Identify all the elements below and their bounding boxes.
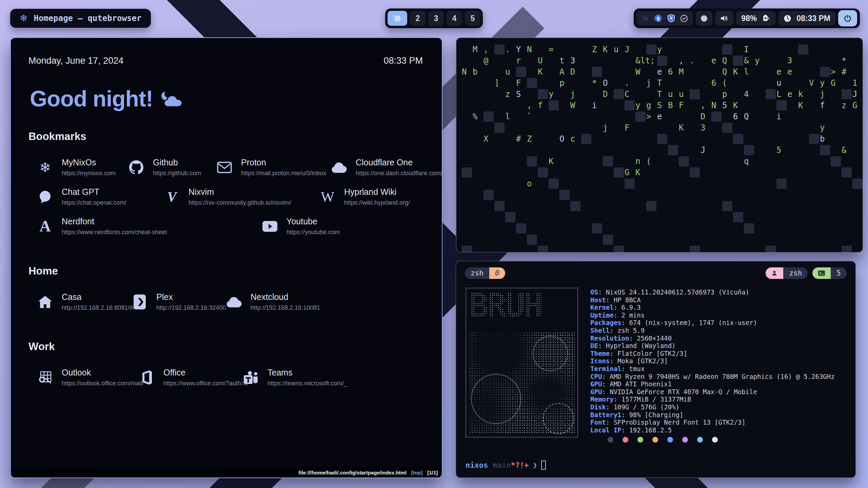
matrix-char: J <box>852 90 857 98</box>
bookmark-nixvim[interactable]: VNixvimhttps://nix-community.github.io/n… <box>164 187 291 206</box>
bookmark-chat-gpt[interactable]: Chat GPThttps://chat.openai.com/ <box>37 187 126 206</box>
matrix-trail-block <box>744 223 754 233</box>
shell-prompt[interactable]: nixos main*?!+ ❯ <box>466 461 546 470</box>
matrix-char: G <box>831 79 835 87</box>
matrix-trail-block <box>614 167 624 178</box>
workspace-button-2[interactable]: 2 <box>410 11 426 26</box>
bookmark-github[interactable]: Githubhttps://github.com <box>129 158 201 177</box>
matrix-char: t <box>559 57 564 65</box>
bookmark-office[interactable]: Officehttps://www.office.com/?auth=2 <box>139 368 248 387</box>
battery-percent: 98% <box>741 14 757 23</box>
matrix-char: i <box>776 113 781 121</box>
matrix-char: e <box>711 57 716 65</box>
tray-notification[interactable] <box>696 11 712 25</box>
bookmark-url: http://192.168.2.16:8081/#/ <box>62 304 135 311</box>
bookmark-url: https://github.com <box>153 170 201 177</box>
qutebrowser-window[interactable]: Monday, June 17, 2024 08:33 PM Good nigh… <box>10 37 442 478</box>
power-button[interactable] <box>838 10 857 26</box>
matrix-char: W <box>635 68 640 76</box>
matrix-trail-block <box>733 56 743 66</box>
matrix-trail-block <box>722 123 732 133</box>
matrix-char: & <box>842 146 846 154</box>
teams-icon <box>243 370 259 385</box>
workspace-button-3[interactable]: 3 <box>428 11 444 26</box>
bookmark-teams[interactable]: Teamshttps://teams.microsoft.com/_ <box>243 368 347 387</box>
bookmark-name: MyNixOs <box>62 158 116 167</box>
matrix-trail-block <box>484 190 494 200</box>
matrix-char: D <box>701 113 705 121</box>
ascii-art-word: BRUH <box>469 290 575 321</box>
tmux-user-badge[interactable]: zsh <box>766 267 808 279</box>
tmux-window-count-badge[interactable]: 5 <box>812 267 847 279</box>
bookmark-nerdfont[interactable]: ANerdfonthttps://www.nerdfonts.com/cheat… <box>37 217 167 236</box>
matrix-char: K <box>679 124 684 132</box>
bookmark-name: Proton <box>241 158 326 167</box>
matrix-char: e <box>776 68 781 76</box>
tray-status-icons[interactable] <box>636 11 693 25</box>
matrix-trail-block <box>635 111 646 122</box>
bookmark-url: http://192.168.2.16:10081 <box>251 304 320 311</box>
matrix-char: ( <box>722 79 727 87</box>
fetch-line: Local IP: 192.168.2.5 <box>590 426 835 434</box>
prompt-git-branch: main*?!+ <box>493 461 529 469</box>
matrix-trail-block <box>831 156 841 166</box>
matrix-char: F <box>625 124 629 132</box>
matrix-char: F <box>516 79 521 87</box>
check-circle-icon <box>680 15 688 22</box>
matrix-char: u <box>614 45 618 54</box>
tmux-session-badge[interactable]: zsh 0 <box>465 267 505 279</box>
matrix-char: M <box>473 45 477 54</box>
palette-dot <box>682 437 688 443</box>
matrix-trail-block <box>690 167 700 178</box>
matrix-char: Q <box>722 68 727 76</box>
fetch-terminal-window[interactable]: zsh 0 zsh 5 BRUH OS: NixOS 24.1 <box>456 261 856 478</box>
matrix-trail-block <box>766 246 776 252</box>
matrix-char: = <box>549 45 553 54</box>
matrix-trail-block <box>516 67 526 77</box>
matrix-char: K <box>538 68 542 76</box>
fetch-line: Terminal: tmux <box>590 365 835 373</box>
matrix-trail-block <box>657 56 667 66</box>
bookmark-outlook[interactable]: Outlookhttps://outlook.office.com/mail/ <box>37 368 144 387</box>
fetch-line: Kernel: 6.9.3 <box>590 304 835 311</box>
matrix-char: % <box>473 113 477 121</box>
matrix-char: j <box>570 90 575 98</box>
bookmark-proton[interactable]: Protonhttps://mail.proton.me/u/0/inbox <box>217 158 326 177</box>
matrix-trail-block <box>494 123 505 133</box>
tmux-shell-label: zsh <box>783 267 808 279</box>
workspace-button-5[interactable]: 5 <box>465 11 480 26</box>
matrix-trail-block <box>516 223 526 233</box>
matrix-char: Y <box>516 45 521 54</box>
bookmark-youtube[interactable]: Youtubehttps://youtube.com <box>262 217 340 236</box>
matrix-char: I <box>744 45 749 54</box>
chat-bubble-icon <box>37 190 53 204</box>
matrix-terminal-window[interactable]: NMb%,@X].uzlYrFS#N,`ZoUKf=yKtApO3DjWcZ*i… <box>456 38 863 252</box>
bookmark-mynixos[interactable]: ❄MyNixOshttps://mynixos.com <box>37 158 116 177</box>
tray-volume[interactable] <box>715 11 733 25</box>
bookmark-cloudflare-one[interactable]: Cloudflare Onehttps://one.dash.cloudflar… <box>331 158 442 177</box>
matrix-char: U <box>538 57 542 65</box>
matrix-char: V <box>809 79 814 87</box>
workspace-switcher: 2345 <box>385 8 483 28</box>
matrix-trail-block <box>668 145 678 155</box>
workspace-button-4[interactable]: 4 <box>447 11 462 26</box>
active-window-title[interactable]: ❄ Homepage — qutebrowser <box>10 9 151 28</box>
tray-battery[interactable]: 98% <box>736 11 776 25</box>
matrix-char: y <box>657 45 662 54</box>
bookmark-casa[interactable]: Casahttp://192.168.2.16:8081/#/ <box>37 292 135 311</box>
startpage-time: 08:33 PM <box>383 56 423 66</box>
matrix-trail-block <box>690 89 700 99</box>
matrix-char: ` <box>527 113 532 121</box>
matrix-trail-block <box>820 145 830 155</box>
matrix-char: z <box>842 101 846 109</box>
window-title-text: Homepage — qutebrowser <box>34 14 141 23</box>
bookmark-url: http://192.168.2.16:32400 <box>156 304 226 311</box>
bookmark-nextcloud[interactable]: Nextcloudhttp://192.168.2.16:10081 <box>226 292 320 311</box>
workspace-button-1[interactable] <box>388 11 407 26</box>
matrix-char: K <box>635 168 640 177</box>
bookmark-hyprland-wiki[interactable]: WHyprland Wikihttps://wiki.hyprland.org/ <box>320 187 410 206</box>
tray-clock[interactable]: 08:33 PM <box>778 11 835 25</box>
greeting: Good night! <box>30 86 423 111</box>
ascii-art-ring <box>533 336 568 371</box>
bookmark-plex[interactable]: Plexhttp://192.168.2.16:32400 <box>132 292 226 311</box>
